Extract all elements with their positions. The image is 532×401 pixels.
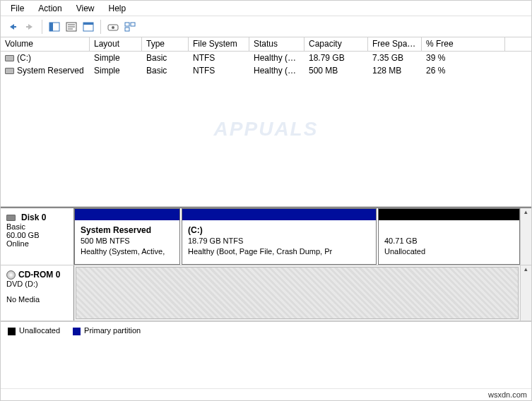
statusbar: wsxdn.com [1, 388, 531, 400]
volume-name: (C:) [17, 53, 31, 63]
column-volume[interactable]: Volume [1, 37, 90, 51]
disk-type: Basic [6, 222, 68, 231]
vertical-scrollbar[interactable] [520, 208, 531, 265]
cdrom-area [74, 265, 520, 321]
cdrom-drive: DVD (D:) [6, 280, 68, 288]
swatch-primary [73, 328, 81, 335]
cell-capacity: 500 MB [305, 64, 368, 77]
partition-system-reserved[interactable]: System Reserved 500 MB NTFS Healthy (Sys… [74, 208, 180, 265]
legend-unallocated: Unallocated [19, 326, 60, 335]
cdrom-empty-region [76, 267, 519, 319]
partition-name: (C:) [188, 225, 203, 235]
column-layout[interactable]: Layout [90, 37, 142, 51]
legend: Unallocated Primary partition [1, 321, 531, 340]
menu-view[interactable]: View [69, 2, 102, 15]
status-text: wsxdn.com [488, 390, 527, 399]
cell-type: Basic [142, 52, 189, 64]
cell-status: Healthy (B… [249, 52, 305, 64]
svg-point-11 [112, 26, 114, 29]
cdrom-title: CD-ROM 0 [18, 270, 60, 280]
forward-button[interactable] [22, 19, 37, 35]
menubar: File Action View Help [1, 1, 531, 16]
volume-name: System Reserved [17, 66, 84, 76]
disk-graphic-pane: Disk 0 Basic 60.00 GB Online System Rese… [1, 207, 531, 321]
partition-color-bar [379, 209, 519, 220]
cdrom-row: CD-ROM 0 DVD (D:) No Media [1, 265, 531, 321]
menu-file[interactable]: File [4, 2, 31, 15]
cell-layout: Simple [90, 52, 142, 64]
cdrom-icon [6, 270, 16, 280]
cell-layout: Simple [90, 64, 142, 77]
volume-row[interactable]: System Reserved Simple Basic NTFS Health… [1, 64, 531, 77]
disk-row: Disk 0 Basic 60.00 GB Online System Rese… [1, 208, 531, 265]
cell-type: Basic [142, 64, 189, 77]
view-settings-button[interactable] [122, 19, 138, 35]
back-button[interactable] [5, 19, 20, 35]
svg-rect-12 [125, 23, 129, 26]
cell-pct: 26 % [422, 64, 505, 77]
column-freespace[interactable]: Free Spa… [368, 37, 422, 51]
disk-title: Disk 0 [21, 213, 46, 222]
partition-c[interactable]: (C:) 18.79 GB NTFS Healthy (Boot, Page F… [182, 208, 377, 265]
partition-size: 40.71 GB [384, 237, 417, 245]
svg-rect-14 [125, 28, 129, 31]
menu-action[interactable]: Action [31, 2, 69, 15]
partition-color-bar [182, 209, 376, 220]
partition-color-bar [75, 209, 179, 220]
show-hide-console-tree-button[interactable] [47, 19, 62, 35]
cell-fs: NTFS [189, 64, 249, 77]
cell-pct: 39 % [422, 52, 505, 64]
column-pctfree[interactable]: % Free [422, 37, 505, 51]
cdrom-info[interactable]: CD-ROM 0 DVD (D:) No Media [1, 265, 74, 321]
disk-icon [6, 215, 16, 221]
legend-primary: Primary partition [84, 326, 141, 335]
toolbar-separator [100, 20, 101, 34]
partition-status: Unallocated [384, 247, 425, 256]
swatch-unallocated [8, 328, 16, 335]
partition-area: System Reserved 500 MB NTFS Healthy (Sys… [74, 208, 520, 265]
partition-size: 500 MB NTFS [81, 237, 130, 245]
disk-size: 60.00 GB [6, 231, 68, 239]
refresh-button[interactable] [105, 19, 121, 35]
help-button[interactable] [81, 19, 96, 35]
column-type[interactable]: Type [142, 37, 189, 51]
partition-size: 18.79 GB NTFS [188, 237, 243, 245]
menu-help[interactable]: Help [102, 2, 134, 15]
drive-icon [5, 55, 14, 61]
column-capacity[interactable]: Capacity [305, 37, 368, 51]
volume-list: Volume Layout Type File System Status Ca… [1, 37, 531, 207]
cell-status: Healthy (S… [249, 64, 305, 77]
svg-rect-13 [131, 23, 135, 26]
partition-unallocated[interactable]: 40.71 GB Unallocated [378, 208, 520, 265]
toolbar [1, 16, 531, 37]
svg-rect-0 [14, 26, 16, 28]
watermark: APPUALS [214, 117, 319, 140]
column-status[interactable]: Status [249, 37, 305, 51]
cell-capacity: 18.79 GB [305, 52, 368, 64]
disk-info[interactable]: Disk 0 Basic 60.00 GB Online [1, 208, 74, 265]
cell-free: 7.35 GB [368, 52, 422, 64]
cell-free: 128 MB [368, 64, 422, 77]
volume-list-header: Volume Layout Type File System Status Ca… [1, 37, 531, 52]
toolbar-separator [42, 20, 42, 34]
partition-status: Healthy (Boot, Page File, Crash Dump, Pr [188, 247, 332, 256]
column-filesystem[interactable]: File System [189, 37, 249, 51]
svg-rect-3 [49, 23, 53, 31]
cell-fs: NTFS [189, 52, 249, 64]
partition-status: Healthy (System, Active, [81, 247, 165, 256]
partition-name: System Reserved [81, 225, 151, 235]
volume-row[interactable]: (C:) Simple Basic NTFS Healthy (B… 18.79… [1, 52, 531, 64]
vertical-scrollbar[interactable] [520, 265, 531, 321]
properties-button[interactable] [64, 19, 79, 35]
svg-rect-9 [83, 23, 93, 25]
cdrom-state: No Media [6, 295, 68, 304]
disk-state: Online [6, 239, 68, 248]
drive-icon [5, 68, 14, 74]
svg-rect-1 [26, 26, 28, 28]
